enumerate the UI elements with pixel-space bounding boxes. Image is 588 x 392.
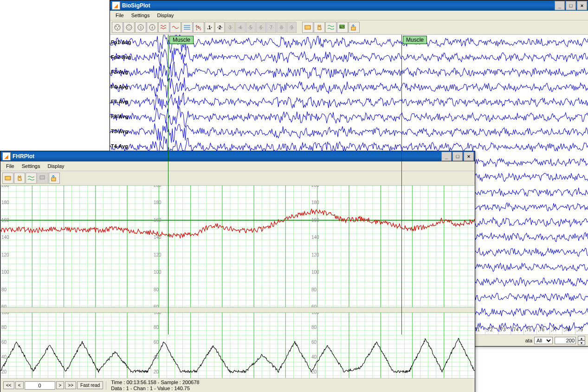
export-icon[interactable]: [349, 22, 360, 33]
nav-prev-button[interactable]: <: [15, 381, 24, 389]
zoom-box-icon[interactable]: [2, 173, 13, 184]
svg-point-8: [130, 27, 131, 28]
filter-2-icon[interactable]: [181, 22, 193, 33]
view-7-button[interactable]: ·7·: [266, 22, 276, 33]
montage-3-icon[interactable]: 3: [135, 22, 146, 33]
pan-hand-icon[interactable]: [314, 22, 325, 33]
montage-2-icon[interactable]: [123, 22, 135, 33]
nav-next-button[interactable]: >: [56, 381, 65, 389]
fast-read-button[interactable]: Fast read: [77, 381, 103, 389]
svg-point-1: [116, 26, 116, 27]
fhr-ytick: 100: [154, 270, 162, 275]
fhr-ytick: 140: [1, 235, 9, 240]
view-8-button[interactable]: ·8·: [277, 22, 286, 33]
svg-rect-21: [40, 176, 45, 179]
nav-last-button[interactable]: >>: [65, 381, 76, 389]
export-icon[interactable]: [49, 173, 60, 184]
toco-trace: [0, 313, 475, 378]
montage-4-icon[interactable]: 4: [147, 22, 158, 33]
panel-separator: [0, 307, 475, 313]
zoom-box-icon[interactable]: [302, 22, 313, 33]
close-button[interactable]: ×: [464, 152, 474, 161]
fhr-ytick: 60: [311, 304, 317, 307]
xtick: ,75: [523, 327, 536, 334]
toco-plot-area[interactable]: 100806040201008060402010080604020 345678…: [0, 313, 475, 378]
fhr-ytick: 200: [154, 186, 162, 188]
fhr-ytick: 60: [154, 304, 159, 307]
montage-1-icon[interactable]: [112, 22, 123, 33]
svg-text:3: 3: [140, 26, 142, 29]
svg-rect-20: [5, 176, 11, 180]
event-tool-icon[interactable]: EVT: [337, 22, 348, 33]
menu-file[interactable]: File: [2, 162, 18, 170]
menu-display[interactable]: Display: [44, 162, 68, 170]
raw-wave-icon[interactable]: [158, 22, 169, 33]
ruler-icon[interactable]: [325, 22, 336, 33]
toco-ytick: 60: [1, 340, 6, 345]
view-6-button[interactable]: ·6·: [256, 22, 266, 33]
view-9-button[interactable]: ·9·: [287, 22, 297, 33]
time-axis: ,71 ,72 ,73 ,74 ,75 ,76 ,77 ,78 ,79: [472, 327, 588, 334]
svg-text:1: 1: [196, 28, 198, 31]
view-4-button[interactable]: ·4·: [235, 22, 245, 33]
filter-3-icon[interactable]: 12: [193, 22, 204, 33]
svg-point-6: [129, 26, 130, 26]
view-5-button[interactable]: ·5·: [246, 22, 256, 33]
fhr-ytick: 180: [1, 200, 9, 205]
minimize-button[interactable]: _: [555, 1, 565, 10]
toco-ytick: 40: [311, 354, 317, 360]
fhr-ytick: 140: [311, 235, 319, 240]
maximize-button[interactable]: □: [452, 152, 463, 161]
fhr-ytick: 80: [1, 287, 6, 292]
svg-point-3: [117, 28, 118, 29]
toco-ytick: 60: [154, 340, 159, 345]
fhr-ytick: 60: [1, 304, 6, 307]
menu-display[interactable]: Display: [153, 12, 177, 19]
channel-label: F4-Avg: [111, 84, 128, 90]
titlebar[interactable]: ◢ FHRPlot _ □ ×: [0, 151, 475, 161]
menu-settings[interactable]: Settings: [18, 162, 44, 170]
maximize-button[interactable]: □: [566, 1, 576, 10]
event-tool-icon[interactable]: [37, 173, 48, 184]
minimize-button[interactable]: _: [441, 152, 452, 161]
ruler-icon[interactable]: [26, 173, 37, 184]
gain-up-icon[interactable]: ▲: [578, 336, 585, 341]
window-title: BioSigPlot: [122, 2, 555, 9]
nav-position-input[interactable]: [25, 381, 55, 390]
titlebar[interactable]: ◢ BioSigPlot _ □ ×: [110, 0, 588, 11]
xtick: ,79: [575, 327, 588, 334]
status-data-label: ata: [525, 338, 532, 343]
gain-input[interactable]: [555, 337, 576, 344]
svg-text:EVT: EVT: [340, 26, 344, 28]
event-tag-muscle[interactable]: Muscle: [169, 36, 194, 44]
menu-settings[interactable]: Settings: [128, 12, 154, 19]
view-3-button[interactable]: ·3·: [225, 22, 235, 33]
svg-point-2: [118, 26, 119, 27]
channel-select[interactable]: All: [534, 337, 553, 344]
scale-2-button[interactable]: ·2·: [215, 22, 225, 33]
close-button[interactable]: ×: [577, 1, 587, 10]
menubar: File Settings Display: [0, 161, 475, 171]
fhrplot-window: ◢ FHRPlot _ □ × File Settings Display 20…: [0, 151, 475, 392]
toco-ytick: 20: [311, 369, 317, 374]
svg-point-4: [126, 25, 132, 30]
channel-label: Fp1-Avg: [111, 39, 131, 45]
xtick: ,77: [549, 327, 562, 334]
scale-1-button[interactable]: .1·: [205, 22, 214, 33]
filter-1-icon[interactable]: [170, 22, 181, 33]
pan-hand-icon[interactable]: [14, 173, 25, 184]
channel-label: F8-Avg: [111, 114, 128, 119]
toco-ytick: 100: [311, 313, 319, 315]
toco-ytick: 40: [1, 354, 6, 360]
menu-file[interactable]: File: [112, 12, 128, 19]
gain-spinner[interactable]: ▲ ▼: [578, 336, 585, 345]
event-tag-muscle[interactable]: Muscle: [403, 36, 427, 44]
xtick: ,74: [510, 327, 523, 334]
fhr-plot-area[interactable]: 2001801601401201008060 20018016014012010…: [0, 186, 475, 307]
fhr-ytick: 120: [311, 252, 319, 257]
svg-point-5: [128, 26, 129, 26]
gain-down-icon[interactable]: ▼: [578, 341, 585, 345]
nav-first-button[interactable]: <<: [3, 381, 14, 389]
toco-ytick: 60: [311, 340, 317, 345]
channel-label: Fp2-Avg: [111, 54, 131, 60]
